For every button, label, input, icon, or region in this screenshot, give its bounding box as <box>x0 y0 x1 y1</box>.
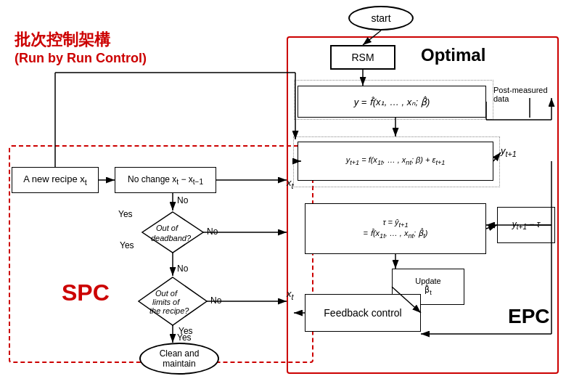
xt-label-1: xt <box>287 177 294 190</box>
post-measured-label: Post-measureddata <box>493 86 559 103</box>
xt-label-2: xt <box>287 288 294 301</box>
result-box: yt+1 − τ <box>497 207 555 243</box>
title-block: 批次控制架構 (Run by Run Control) <box>15 29 147 66</box>
optimal-text: Optimal <box>421 45 485 65</box>
yes-label-2: Yes <box>177 332 192 343</box>
recipe-box: A new recipe xt <box>12 167 99 193</box>
formula-box-2: yt+1 = f(x1t, … , xnt; β) + εt+1 <box>298 142 493 181</box>
feedback-box: Feedback control <box>305 294 421 332</box>
y-t1-label: yt+1 <box>501 145 517 158</box>
rsm-box: RSM <box>330 45 395 70</box>
epc-text: EPC <box>508 305 550 328</box>
yes-label-1: Yes <box>118 209 133 219</box>
start-oval: start <box>348 6 414 30</box>
formula-box-1: y = f̂(x₁, … , xₙ; β̂) <box>298 86 486 118</box>
tau-box: τ = ŷt+1 = f̂(x1t, … , xnt; β̂t) <box>305 203 486 254</box>
title-english: (Run by Run Control) <box>15 51 147 66</box>
title-chinese: 批次控制架構 <box>15 29 147 51</box>
clean-maintain-oval: Clean andmaintain <box>139 343 219 375</box>
no-label-1: No <box>177 195 188 205</box>
no-change-box: No change xt − xt−1 <box>115 167 216 193</box>
diagram-container: 批次控制架構 (Run by Run Control) start RSM Op… <box>0 0 566 392</box>
spc-text: SPC <box>62 279 110 306</box>
no-label-2: No <box>177 264 188 274</box>
